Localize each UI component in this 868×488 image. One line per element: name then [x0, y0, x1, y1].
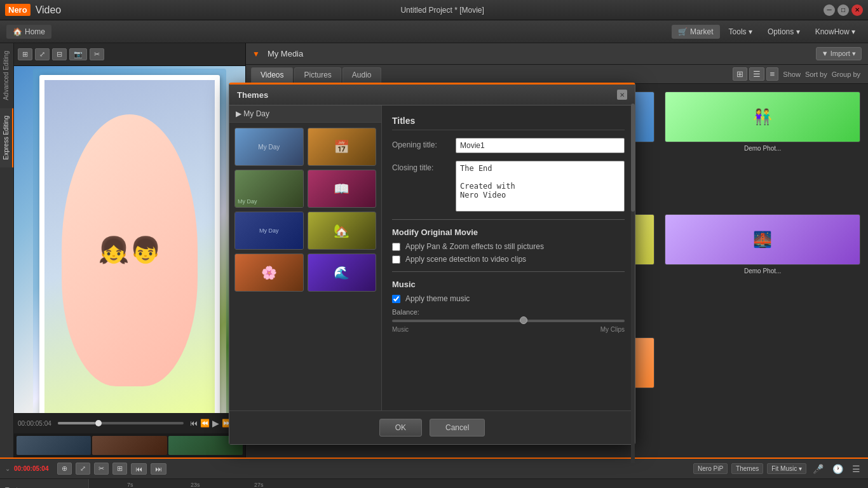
apply-music-checkbox[interactable] [392, 295, 400, 303]
express-editing-tab[interactable]: Express Editing [0, 108, 13, 167]
themes-modal-title: Themes [237, 90, 268, 100]
time-7s: 7s [127, 482, 133, 488]
skip-fwd-btn[interactable]: ⏭ [151, 463, 166, 475]
balance-slider-container: Music My Clips [392, 320, 625, 333]
scene-detection-checkbox[interactable] [392, 255, 400, 264]
minimize-button[interactable]: ─ [824, 4, 835, 16]
time-27s: 27s [254, 482, 264, 488]
grid-btn[interactable]: ⊟ [52, 48, 67, 60]
theme-item[interactable]: 🌸 [234, 254, 304, 292]
list-item[interactable]: 🌉 Demo Phot... [662, 212, 863, 329]
theme-item[interactable]: My Day [234, 212, 304, 250]
knowhow-menu[interactable]: KnowHow ▾ [809, 25, 862, 39]
prev-icon[interactable]: ⏪ [200, 419, 210, 428]
music-section-title: Music [392, 280, 625, 289]
home-label: Home [25, 27, 45, 36]
window-controls: ─ □ ✕ [824, 4, 863, 16]
balance-slider[interactable] [392, 320, 625, 322]
tools-menu[interactable]: Tools ▾ [722, 25, 759, 39]
home-icon: 🏠 [13, 27, 22, 36]
balance-row: Balance: [392, 308, 625, 316]
market-label: Market [690, 27, 714, 36]
media-tabs: Videos Pictures Audio ⊞ ☰ ≡ Show Sort by… [246, 65, 868, 84]
maximize-button[interactable]: □ [837, 4, 849, 16]
window-title: Untitled Project * [Movie] [61, 6, 824, 15]
tab-audio[interactable]: Audio [342, 67, 381, 83]
themes-button-timeline[interactable]: Themes [731, 463, 763, 474]
balance-right-label: My Clips [600, 326, 625, 333]
closing-title-input[interactable]: The End Created with Nero Video [456, 161, 625, 212]
scene-detection-label: Apply scene detection to video clips [405, 255, 526, 264]
timeline-ruler: 7s 23s 27s [89, 479, 868, 488]
closing-label: Closing title: [392, 161, 449, 172]
list-view-btn[interactable]: ☰ [749, 67, 764, 81]
logo-nero: Nero [5, 4, 31, 16]
home-button[interactable]: 🏠 Home [6, 25, 51, 39]
theme-item[interactable]: 📅 [308, 128, 377, 166]
cut-btn[interactable]: ✂ [90, 48, 104, 60]
trim-btn[interactable]: ✂ [94, 463, 109, 475]
title-bar: Nero Video Untitled Project * [Movie] ─ … [0, 0, 868, 20]
advanced-editing-tab[interactable]: Advanced Editing [0, 43, 13, 108]
theme-item[interactable]: My Day [234, 170, 304, 208]
theme-item[interactable]: 🏡 [308, 212, 377, 250]
tab-pictures[interactable]: Pictures [294, 67, 341, 83]
menu-bar: 🏠 Home 🛒 Market Tools ▾ Options ▾ KnowHo… [0, 20, 868, 43]
mic-icon[interactable]: 🎤 [813, 464, 824, 474]
fit-btn[interactable]: ⤢ [35, 48, 50, 60]
balance-label: Balance: [392, 308, 419, 316]
balance-left-label: Music [392, 326, 409, 333]
media-item-label: Demo Phot... [744, 145, 781, 152]
options-menu[interactable]: Options ▾ [761, 25, 806, 39]
app-logo: Nero Video [5, 4, 61, 16]
timeline-rows: Text Video/Picture Audio Music Narration… [0, 479, 868, 488]
themes-list: ▶ My Day My Day 📅 My Day 📖 [229, 105, 382, 410]
preview-image: 👧👦 [14, 43, 245, 458]
opening-title-row: Opening title: [392, 138, 625, 153]
preview-area: 👧👦 00:00:05:04 ⏮ ⏪ ▶ ⏩ ⏭ [14, 43, 246, 458]
skip-back-btn[interactable]: ⏮ [131, 463, 147, 475]
ok-button[interactable]: OK [379, 419, 422, 437]
media-thumb: 👫 [665, 92, 860, 142]
snapshot-btn[interactable]: 📷 [69, 48, 87, 60]
cancel-button[interactable]: Cancel [430, 419, 485, 437]
my-media-title: My Media [268, 49, 303, 58]
opening-title-input[interactable] [456, 138, 625, 153]
balance-thumb[interactable] [520, 316, 527, 324]
theme-item[interactable]: My Day [234, 128, 304, 166]
sort-label: Sort by [805, 71, 827, 78]
aspect-ratio-btn[interactable]: ⊞ [18, 48, 32, 60]
market-button[interactable]: 🛒 Market [672, 25, 720, 39]
fit-music-btn[interactable]: Fit Music ▾ [767, 463, 806, 474]
close-button[interactable]: ✕ [851, 4, 863, 16]
play-icon[interactable]: ⏮ [190, 419, 198, 428]
play-button[interactable]: ▶ [212, 418, 219, 428]
my-media-triangle: ▼ [252, 50, 260, 58]
themes-list-header[interactable]: ▶ My Day [229, 105, 381, 123]
media-thumb: 🌉 [665, 214, 860, 265]
timeline-labels: Text Video/Picture Audio Music Narration [0, 479, 89, 488]
tab-videos[interactable]: Videos [251, 67, 293, 83]
show-label: Show [783, 71, 801, 78]
expand-icon[interactable]: ⌄ [5, 465, 10, 472]
detail-view-btn[interactable]: ≡ [766, 67, 779, 81]
themes-modal-header: Themes ✕ [229, 85, 635, 105]
timecode: 00:00:05:04 [14, 465, 48, 472]
timecode-display: 00:00:05:04 [18, 420, 51, 427]
import-button[interactable]: ▼ Import ▾ [816, 47, 862, 60]
side-tabs: Advanced Editing Express Editing [0, 43, 14, 458]
themes-close-button[interactable]: ✕ [617, 90, 627, 100]
theme-item[interactable]: 🌊 [308, 254, 377, 292]
insert-btn[interactable]: ⊞ [112, 463, 127, 475]
zoom-fit-btn[interactable]: ⤢ [76, 463, 90, 475]
media-item-label: Demo Phot... [744, 268, 781, 274]
themes-footer: OK Cancel [229, 410, 635, 444]
nero-pip-btn[interactable]: Nero PiP [693, 463, 728, 474]
grid-view-btn[interactable]: ⊞ [733, 67, 747, 81]
scene-btn[interactable]: ⊕ [57, 463, 72, 475]
pan-zoom-checkbox[interactable] [392, 243, 400, 251]
theme-music-checkbox-row: Apply theme music [392, 294, 625, 303]
list-item[interactable]: 👫 Demo Phot... [662, 89, 863, 207]
theme-item[interactable]: 📖 [308, 170, 377, 208]
list-icon[interactable]: ☰ [852, 464, 860, 474]
